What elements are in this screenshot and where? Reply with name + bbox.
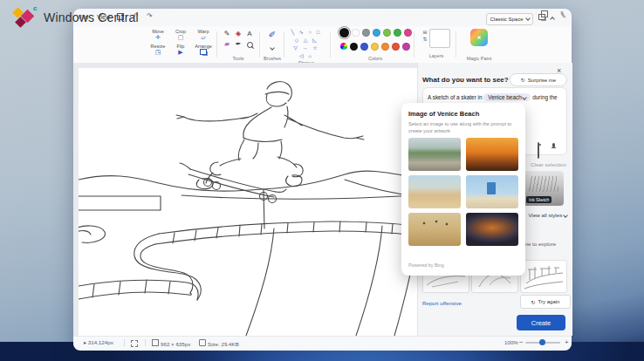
magic-paint-group: Magic Paint: [460, 29, 498, 61]
skater-sketch-drawing: [79, 68, 417, 336]
color-swatch[interactable]: [339, 28, 349, 37]
chevron-down-icon: [525, 16, 531, 21]
shape-glyphs[interactable]: ╲ ∿ ○ □ ◇ △ ◺ ▽ → ☆ ◁ ⌂: [291, 29, 322, 60]
crop-icon: ▢: [169, 34, 192, 40]
flip-tool[interactable]: Flip▶: [169, 44, 192, 58]
status-bar: [73, 336, 572, 351]
arrange-icon: [192, 49, 215, 56]
chevron-down-icon: [523, 95, 528, 100]
warp-icon: ▱: [192, 34, 215, 40]
resize-tool[interactable]: Resize◳: [147, 44, 169, 58]
shapes-group: ╲ ∿ ○ □ ◇ △ ◺ ▽ → ☆ ◁ ⌂ Shapes: [286, 29, 326, 61]
lifeguard-tower-image[interactable]: [466, 175, 518, 208]
fill-icon[interactable]: ◈: [236, 31, 241, 37]
move-tool[interactable]: Move✛: [147, 29, 169, 44]
crop-tool[interactable]: Crop▢: [169, 29, 192, 44]
refresh-icon: ↻: [521, 77, 525, 83]
desktop: File View ↶ ↷ — × Classic Space ✎ Move✛ …: [0, 0, 644, 361]
brush-icon[interactable]: ✐: [269, 29, 276, 41]
add-layer-icon[interactable]: ⊞⇅: [422, 29, 427, 44]
color-swatch[interactable]: [373, 29, 380, 37]
theme-dropdown-value: Classic Space: [490, 17, 523, 22]
color-swatch[interactable]: [350, 43, 358, 51]
brushes-group: ✐ Brushes: [262, 29, 283, 61]
eyedropper-icon[interactable]: ✒: [236, 41, 242, 48]
arrange-tool[interactable]: Arrange: [192, 44, 215, 58]
color-swatch[interactable]: [352, 29, 360, 37]
style-card-ink-sketch[interactable]: Ink Sketch: [524, 171, 564, 206]
color-swatch[interactable]: [402, 43, 410, 51]
layer-thumbnail[interactable]: [429, 29, 450, 48]
color-swatch[interactable]: [360, 43, 368, 51]
pencil-icon[interactable]: ✎: [224, 31, 230, 37]
ribbon-divider: [330, 31, 331, 58]
popup-subtitle: Select an image to use along with the pr…: [408, 120, 520, 134]
pen-icon[interactable]: ✎: [561, 13, 566, 20]
report-offensive-link[interactable]: Report offensive: [422, 300, 462, 306]
ribbon-divider: [456, 31, 456, 58]
zoom-slider-thumb[interactable]: [539, 339, 545, 345]
ribbon-divider: [284, 31, 284, 58]
powered-by-bing: Powered by Bing: [408, 262, 444, 268]
color-swatch[interactable]: [404, 29, 412, 37]
color-swatch[interactable]: [383, 29, 391, 37]
layers-group: ⊞⇅ Layers: [418, 29, 455, 61]
tools-group: ✎ ◈ A ▰ ✒ Tools: [220, 29, 257, 61]
ribbon-divider: [216, 31, 217, 58]
surprise-me-button[interactable]: ↻Surprise me: [510, 73, 567, 86]
panel-heading: What do you want to see?: [422, 76, 509, 84]
popup-image-grid: [408, 138, 518, 246]
venice-beach-chip[interactable]: Venice beach: [483, 93, 531, 101]
chevron-down-icon: [563, 213, 568, 218]
color-swatch[interactable]: [371, 43, 379, 51]
create-button[interactable]: Create: [517, 315, 565, 330]
resize-icon: ◳: [147, 49, 169, 55]
ribbon-divider: [414, 31, 414, 58]
magnifier-icon[interactable]: [247, 42, 253, 48]
zoom-percent: 100%: [504, 339, 518, 345]
flip-icon: ▶: [169, 49, 192, 55]
color-swatch[interactable]: [394, 29, 401, 37]
result-thumbnail[interactable]: [520, 260, 567, 293]
style-card-label: Ink Sketch: [526, 196, 552, 203]
try-again-button[interactable]: ↻Try again: [520, 295, 571, 309]
selection-size-icon: [131, 340, 138, 348]
redo-icon[interactable]: ↷: [147, 12, 153, 20]
refresh-icon: ↻: [531, 299, 536, 305]
prompt-text: A sketch of a skater in Venice beach dur…: [428, 93, 562, 103]
move-icon: ✛: [147, 34, 169, 40]
popup-title: Image of Venice Beach: [408, 110, 479, 118]
magic-paint-icon[interactable]: [470, 29, 488, 46]
eraser-icon[interactable]: ▰: [224, 41, 230, 48]
collapse-ribbon-chevron-icon[interactable]: [551, 15, 554, 23]
explore-hint-text: one to explore: [522, 241, 556, 247]
watermark: c Windows Central: [10, 4, 139, 31]
copy-icon[interactable]: [538, 14, 545, 22]
warp-tool[interactable]: Warp▱: [192, 29, 215, 44]
arrange-group: Move✛ Crop▢ Warp▱ Resize◳ Flip▶ Arrange: [147, 29, 215, 58]
colors-group: Colors: [335, 29, 415, 61]
canvas-dimensions: 962 × 635px: [152, 339, 190, 347]
theme-dropdown[interactable]: Classic Space: [486, 13, 533, 25]
cursor-position: ▸ 314,124px: [84, 339, 113, 345]
color-swatch[interactable]: [392, 43, 400, 51]
status-divider: [124, 339, 125, 346]
chevron-down-icon[interactable]: [270, 45, 275, 51]
watermark-text: Windows Central: [44, 10, 139, 24]
zoom-in-button[interactable]: +: [565, 338, 569, 346]
zoom-out-button[interactable]: −: [519, 338, 524, 346]
text-tool-icon[interactable]: A: [247, 31, 251, 37]
venice-beach-shops-image[interactable]: [408, 175, 461, 208]
venice-sign-dusk-image[interactable]: [466, 213, 518, 246]
file-size: Size: 29.4KB: [199, 339, 239, 347]
add-image-icon[interactable]: [538, 142, 539, 159]
venice-boardwalk-palms-image[interactable]: [408, 138, 461, 171]
ribbon-divider: [259, 31, 260, 58]
venice-beach-sunset-image[interactable]: [466, 138, 518, 171]
color-swatch[interactable]: [381, 43, 389, 51]
palm-trees-sand-image[interactable]: [408, 213, 461, 246]
color-swatch[interactable]: [362, 29, 370, 37]
drawing-canvas[interactable]: [79, 68, 417, 336]
windows-central-logo-icon: c: [10, 4, 37, 31]
color-wheel-icon[interactable]: [340, 43, 347, 50]
